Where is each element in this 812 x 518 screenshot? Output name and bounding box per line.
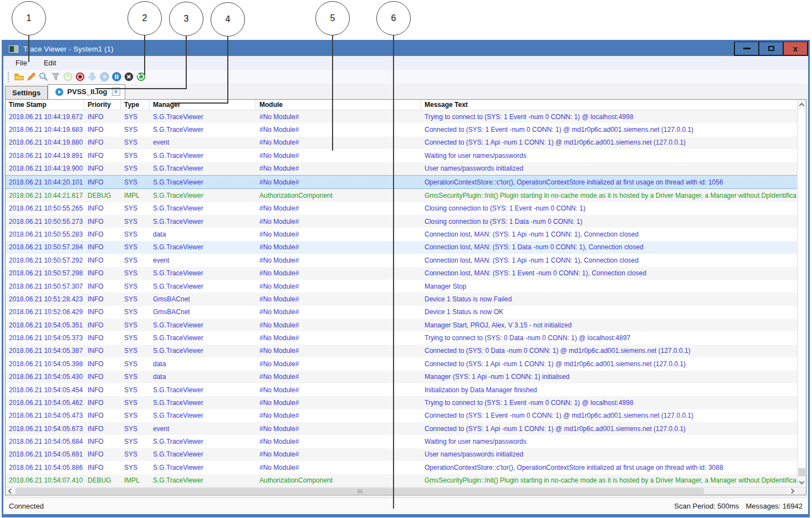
- table-row[interactable]: 2018.06.21 10:44:19.891 INFO SYS S.G.Tra…: [6, 149, 797, 162]
- cell-priority: INFO: [84, 438, 121, 445]
- horizontal-scrollbar[interactable]: [6, 487, 806, 495]
- table-row[interactable]: 2018.06.21 10:50:55.273 INFO SYS S.G.Tra…: [6, 215, 797, 228]
- stop-record-icon[interactable]: [74, 71, 86, 83]
- cell-message-text: Connected to (SYS: 1 Event -num 0 CONN: …: [421, 412, 797, 419]
- vertical-scroll-thumb[interactable]: [798, 468, 805, 476]
- cell-priority: INFO: [84, 347, 121, 355]
- cell-manager: data: [150, 360, 256, 368]
- cell-message-text: User names/passwords initialized: [421, 450, 797, 458]
- column-header-priority[interactable]: Priority: [84, 100, 121, 110]
- cell-module: #No Module#: [256, 347, 421, 355]
- close-circle-icon[interactable]: [122, 71, 135, 83]
- callout-circle-1: 1: [12, 1, 46, 35]
- cell-manager: S.G.TraceViewer: [150, 438, 256, 445]
- table-row[interactable]: 2018.06.21 10:51:28.423 INFO SYS GmsBACn…: [6, 293, 797, 305]
- cell-time-stamp: 2018.06.21 10:44:19.900: [6, 165, 84, 172]
- play-icon[interactable]: [98, 71, 110, 83]
- cell-time-stamp: 2018.06.21 10:54:05.373: [6, 334, 84, 342]
- cell-message-text: Closing connection to (SYS: 1 Event -num…: [421, 204, 797, 212]
- cell-priority: INFO: [84, 464, 121, 471]
- table-row[interactable]: 2018.06.21 10:54:05.691 INFO SYS S.G.Tra…: [6, 448, 797, 461]
- menu-edit[interactable]: Edit: [40, 57, 63, 69]
- table-row[interactable]: 2018.06.21 10:50:55.283 INFO SYS data #N…: [6, 228, 797, 240]
- table-row[interactable]: 2018.06.21 10:54:05.430 INFO SYS data #N…: [6, 371, 797, 383]
- tab-settings[interactable]: Settings: [5, 86, 48, 99]
- scroll-left-button[interactable]: [6, 488, 14, 495]
- column-header-module[interactable]: Module: [256, 100, 421, 110]
- cell-priority: INFO: [84, 257, 121, 264]
- status-bar: Connected Scan Period: 500ms Messages: 1…: [3, 498, 808, 514]
- tab-close-button[interactable]: ×: [112, 88, 120, 96]
- tab-strip: Settings PVSS_II.log ×: [3, 84, 808, 99]
- table-row[interactable]: 2018.06.21 10:44:21.617 DEBUG IMPL S.G.T…: [6, 189, 797, 202]
- cell-type: SYS: [121, 230, 150, 238]
- table-row[interactable]: 2018.06.21 10:54:05.387 INFO SYS S.G.Tra…: [6, 345, 797, 357]
- pause-icon[interactable]: [110, 71, 122, 83]
- table-row[interactable]: 2018.06.21 10:54:05.684 INFO SYS S.G.Tra…: [6, 435, 797, 448]
- vertical-scrollbar[interactable]: [797, 100, 806, 487]
- scroll-down-button[interactable]: [798, 478, 806, 487]
- cell-message-text: Connected to (SYS: 1 Api -num 1 CONN: 1)…: [421, 139, 797, 146]
- column-header-message-text[interactable]: Message Text: [421, 100, 797, 110]
- table-row[interactable]: 2018.06.21 10:54:05.454 INFO SYS S.G.Tra…: [6, 383, 797, 396]
- cell-priority: INFO: [84, 165, 121, 172]
- arrow-down-icon[interactable]: [86, 71, 98, 83]
- scroll-right-button[interactable]: [788, 488, 797, 495]
- search-magnifier-icon[interactable]: [37, 71, 49, 83]
- table-row[interactable]: 2018.06.21 10:44:19.880 INFO SYS event #…: [6, 136, 797, 149]
- table-row[interactable]: 2018.06.21 10:50:57.284 INFO SYS S.G.Tra…: [6, 241, 797, 254]
- column-header-manager[interactable]: Manager: [150, 100, 256, 110]
- menu-file[interactable]: File: [12, 57, 34, 69]
- table-row[interactable]: 2018.06.21 10:54:05.462 INFO SYS S.G.Tra…: [6, 396, 797, 409]
- horizontal-scroll-track[interactable]: [14, 488, 788, 495]
- refresh-icon[interactable]: [135, 71, 147, 83]
- table-row[interactable]: 2018.06.21 10:44:19.900 INFO SYS S.G.Tra…: [6, 162, 797, 175]
- cell-message-text: Connected to (SYS: 1 Event -num 0 CONN: …: [421, 126, 797, 134]
- scroll-up-button[interactable]: [798, 100, 806, 109]
- table-row[interactable]: 2018.06.21 10:44:19.683 INFO SYS S.G.Tra…: [6, 123, 797, 136]
- table-row[interactable]: 2018.06.21 10:54:05.351 INFO SYS S.G.Tra…: [6, 319, 797, 331]
- cell-priority: INFO: [84, 126, 121, 134]
- cell-time-stamp: 2018.06.21 10:54:05.462: [6, 399, 84, 407]
- table-row[interactable]: 2018.06.21 10:50:57.307 INFO SYS S.G.Tra…: [6, 280, 797, 293]
- table-row[interactable]: 2018.06.21 10:54:07.410 DEBUG IMPL S.G.T…: [6, 474, 797, 487]
- cell-time-stamp: 2018.06.21 10:44:21.617: [6, 192, 84, 199]
- cell-manager: S.G.TraceViewer: [150, 165, 256, 172]
- close-button[interactable]: x: [783, 42, 808, 56]
- tab-pvss-log[interactable]: PVSS_II.log ×: [48, 84, 125, 99]
- toolbar-grip-icon[interactable]: [8, 72, 9, 82]
- cell-module: #No Module#: [256, 165, 421, 172]
- power-start-icon[interactable]: [62, 71, 74, 83]
- table-row[interactable]: 2018.06.21 10:54:05.398 INFO SYS data #N…: [6, 357, 797, 370]
- minimize-button[interactable]: [734, 42, 759, 56]
- edit-pencil-icon[interactable]: [25, 71, 37, 83]
- open-folder-icon[interactable]: [13, 71, 25, 83]
- cell-time-stamp: 2018.06.21 10:50:57.284: [6, 243, 84, 251]
- filter-funnel-icon[interactable]: [49, 71, 62, 83]
- table-row[interactable]: 2018.06.21 10:50:57.298 INFO SYS S.G.Tra…: [6, 267, 797, 280]
- table-row[interactable]: 2018.06.21 10:54:05.473 INFO SYS S.G.Tra…: [6, 409, 797, 422]
- cell-manager: event: [150, 425, 256, 433]
- cell-type: SYS: [121, 450, 150, 458]
- table-row[interactable]: 2018.06.21 10:52:08.429 INFO SYS GmsBACn…: [6, 306, 797, 319]
- cell-type: SYS: [121, 386, 150, 394]
- cell-priority: INFO: [84, 386, 121, 394]
- table-row[interactable]: 2018.06.21 10:50:57.292 INFO SYS event #…: [6, 254, 797, 266]
- table-row[interactable]: 2018.06.21 10:44:20.101 INFO SYS S.G.Tra…: [6, 175, 797, 189]
- maximize-button[interactable]: [758, 42, 784, 56]
- table-row[interactable]: 2018.06.21 10:54:05.373 INFO SYS S.G.Tra…: [6, 331, 797, 344]
- callout-circle-4: 4: [211, 2, 245, 37]
- cell-priority: INFO: [84, 139, 121, 146]
- vertical-scroll-track[interactable]: [798, 109, 806, 478]
- table-row[interactable]: 2018.06.21 10:44:19.672 INFO SYS S.G.Tra…: [6, 110, 797, 123]
- table-row[interactable]: 2018.06.21 10:54:05.673 INFO SYS event #…: [6, 422, 797, 435]
- cell-priority: DEBUG: [84, 476, 121, 484]
- horizontal-scroll-thumb[interactable]: [16, 488, 704, 494]
- cell-manager: event: [150, 257, 256, 264]
- table-row[interactable]: 2018.06.21 10:50:55.265 INFO SYS S.G.Tra…: [6, 202, 797, 215]
- cell-manager: S.G.TraceViewer: [150, 218, 256, 225]
- cell-priority: INFO: [84, 243, 121, 251]
- column-header-time-stamp[interactable]: Time Stamp: [6, 100, 84, 110]
- table-row[interactable]: 2018.06.21 10:54:05.886 INFO SYS S.G.Tra…: [6, 461, 797, 474]
- column-header-type[interactable]: Type: [121, 100, 150, 110]
